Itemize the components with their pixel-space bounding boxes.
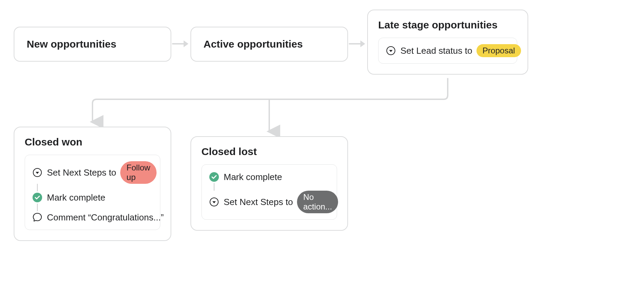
rule-item[interactable]: Mark complete bbox=[209, 171, 330, 183]
dropdown-icon bbox=[385, 45, 396, 56]
stage-title: Active opportunities bbox=[203, 38, 303, 50]
rule-item[interactable]: Set Next Steps to Follow up bbox=[32, 161, 153, 184]
rule-text: Mark complete bbox=[224, 172, 282, 182]
rules-container: Mark complete Set Next Steps to No actio… bbox=[201, 164, 337, 220]
stage-new-opportunities[interactable]: New opportunities bbox=[14, 27, 171, 62]
dropdown-icon bbox=[209, 196, 220, 207]
workflow-diagram: New opportunities Active opportunities L… bbox=[0, 0, 644, 293]
rules-container: Set Next Steps to Follow up Mark complet… bbox=[25, 155, 160, 230]
rule-item[interactable]: Comment “Congratulations...” bbox=[32, 211, 153, 224]
arrow-right-icon bbox=[172, 40, 188, 47]
rule-text: Set Lead status to bbox=[400, 46, 472, 56]
check-icon bbox=[209, 171, 220, 182]
rule-item[interactable]: Mark complete bbox=[32, 191, 153, 204]
arrow-right-icon bbox=[349, 40, 365, 47]
status-pill-proposal: Proposal bbox=[476, 44, 521, 57]
dropdown-icon bbox=[32, 167, 43, 178]
stage-closed-lost[interactable]: Closed lost Mark complete bbox=[190, 136, 348, 231]
rule-item[interactable]: Set Lead status to Proposal bbox=[385, 44, 510, 57]
stage-closed-won[interactable]: Closed won Set Next Steps to Follow up bbox=[14, 127, 171, 241]
rule-text: Set Next Steps to bbox=[224, 197, 293, 207]
rules-container: Set Lead status to Proposal bbox=[378, 38, 517, 64]
stage-title: Late stage opportunities bbox=[378, 19, 517, 31]
comment-icon bbox=[32, 212, 43, 223]
rule-text: Comment “Congratulations...” bbox=[47, 212, 164, 223]
rule-item[interactable]: Set Next Steps to No action... bbox=[209, 191, 330, 213]
status-pill-followup: Follow up bbox=[120, 161, 156, 184]
status-pill-noaction: No action... bbox=[297, 191, 338, 213]
stage-title: Closed won bbox=[25, 136, 160, 148]
check-icon bbox=[32, 192, 43, 203]
rule-text: Mark complete bbox=[47, 192, 106, 203]
stage-title: Closed lost bbox=[201, 146, 337, 157]
stage-late-opportunities[interactable]: Late stage opportunities Set Lead status… bbox=[367, 10, 528, 75]
stage-title: New opportunities bbox=[27, 38, 116, 50]
stage-active-opportunities[interactable]: Active opportunities bbox=[190, 27, 348, 62]
rule-text: Set Next Steps to bbox=[47, 167, 116, 178]
